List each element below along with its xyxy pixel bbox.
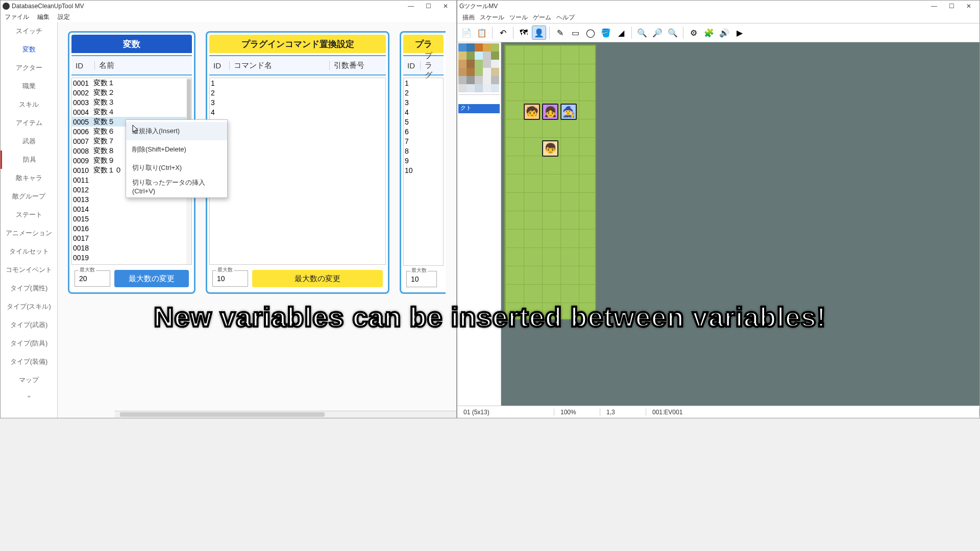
col-cmd[interactable]: コマンド名 (230, 61, 330, 70)
copy-icon[interactable]: 📄 (459, 26, 474, 40)
shadow-icon[interactable]: ◢ (614, 26, 628, 40)
tile[interactable] (458, 76, 467, 84)
tile[interactable] (491, 84, 499, 92)
ctx-insert[interactable]: 新規挿入(Insert) (126, 122, 227, 140)
table-row[interactable]: 0002変数２ (72, 88, 191, 97)
table-row[interactable]: 2 (404, 88, 443, 97)
tile[interactable] (491, 43, 499, 52)
table-row[interactable]: 7 (404, 136, 443, 146)
event-sprite[interactable]: 🧒 (524, 104, 540, 120)
sidebar-item[interactable]: スイッチ (1, 22, 57, 40)
table-row[interactable]: 5 (404, 117, 443, 127)
maximize-button[interactable]: ☐ (420, 1, 437, 12)
tile[interactable] (458, 60, 467, 68)
app2-titlebar[interactable]: GツクールMV — ☐ ✕ (457, 1, 979, 12)
table-row[interactable]: 0003変数３ (72, 97, 191, 107)
tile[interactable] (491, 60, 499, 68)
event-mode-icon[interactable]: 👤 (532, 26, 546, 40)
sound-icon[interactable]: 🔊 (717, 26, 731, 40)
tile[interactable] (491, 52, 499, 60)
rect-icon[interactable]: ▭ (568, 26, 582, 40)
sidebar-item[interactable]: タイルセット (1, 242, 57, 261)
tile[interactable] (483, 43, 491, 52)
table-row[interactable]: 9 (404, 156, 443, 165)
tile[interactable] (475, 84, 483, 92)
sidebar-item[interactable]: タイプ(装備) (1, 353, 57, 371)
table-row[interactable]: 3 (210, 97, 385, 107)
table-row[interactable]: 4 (210, 107, 385, 117)
table-row[interactable]: 0004変数４ (72, 107, 191, 117)
col-arg[interactable]: 引数番号 (330, 61, 386, 70)
table-row[interactable]: 8 (404, 146, 443, 156)
sidebar-item[interactable]: アクター (1, 59, 57, 77)
tile[interactable] (483, 68, 491, 76)
sidebar-item[interactable]: 職業 (1, 77, 57, 95)
col-name[interactable]: 名前 (95, 61, 192, 70)
change-max-button[interactable]: 最大数の変更 (114, 270, 189, 287)
close-button[interactable]: ✕ (960, 1, 977, 12)
tile[interactable] (467, 68, 475, 76)
sidebar-item[interactable]: コモンイベント (1, 261, 57, 279)
sidebar-item[interactable]: タイプ(属性) (1, 279, 57, 297)
table-row[interactable]: 0019 (72, 253, 191, 262)
paste-icon[interactable]: 📋 (475, 26, 489, 40)
menu-edit[interactable]: 編集 (35, 12, 52, 22)
tile[interactable] (483, 52, 491, 60)
sidebar-item[interactable]: マップ (1, 371, 57, 389)
tile[interactable] (475, 52, 483, 60)
zoom-in-icon[interactable]: 🔍 (666, 26, 680, 40)
panel3-list[interactable]: 12345678910 (403, 78, 444, 266)
tile[interactable] (467, 84, 475, 92)
tile-palette[interactable] (458, 43, 500, 92)
zoom-out-icon[interactable]: 🔍 (635, 26, 649, 40)
col-id[interactable]: ID (71, 61, 95, 70)
sidebar-item[interactable]: タイプ(防具) (1, 334, 57, 353)
table-row[interactable]: 0020 (72, 262, 191, 265)
table-row[interactable]: 0001変数１ (72, 78, 191, 88)
event-sprite[interactable]: 👦 (542, 140, 558, 157)
tile[interactable] (467, 76, 475, 84)
tile[interactable] (491, 76, 499, 84)
menu-settings[interactable]: 設定 (56, 12, 72, 22)
col-id[interactable]: ID (403, 61, 421, 70)
menu-file[interactable]: ファイル (3, 12, 31, 22)
ctx-paste[interactable]: 切り取ったデータの挿入(Ctrl+V) (126, 177, 227, 195)
table-row[interactable]: 6 (404, 127, 443, 136)
table-row[interactable]: 4 (404, 107, 443, 117)
fill-icon[interactable]: 🪣 (599, 26, 613, 40)
col-name[interactable]: プラグ (421, 51, 444, 80)
menu-game[interactable]: ゲーム (533, 13, 551, 22)
menu-help[interactable]: ヘルプ (556, 13, 575, 22)
sidebar-item[interactable]: 敵キャラ (1, 169, 57, 187)
table-row[interactable]: 10 (404, 165, 443, 175)
sidebar-item[interactable]: ステート (1, 206, 57, 224)
horizontal-scrollbar[interactable] (115, 411, 456, 418)
sidebar-item[interactable]: 武器 (1, 132, 57, 151)
tile[interactable] (475, 68, 483, 76)
close-button[interactable]: ✕ (437, 1, 454, 12)
plugin-icon[interactable]: 🧩 (702, 26, 716, 40)
table-row[interactable]: 1 (404, 78, 443, 88)
sidebar-item[interactable]: 防具 (1, 151, 57, 169)
tile[interactable] (458, 68, 467, 76)
menu-draw[interactable]: 描画 (462, 13, 475, 22)
zoom-actual-icon[interactable]: 🔎 (650, 26, 665, 40)
tile[interactable] (458, 52, 467, 60)
table-row[interactable]: 2 (210, 88, 385, 97)
pencil-icon[interactable]: ✎ (553, 26, 567, 40)
event-sprite[interactable]: 🧙 (560, 104, 577, 120)
tile[interactable] (467, 60, 475, 68)
change-max-button[interactable]: 最大数の変更 (252, 270, 383, 287)
ctx-delete[interactable]: 削除(Shift+Delete) (126, 140, 227, 159)
minimize-button[interactable]: — (925, 1, 943, 12)
sidebar-item[interactable]: 敵グループ (1, 187, 57, 206)
undo-icon[interactable]: ↶ (496, 26, 510, 40)
table-row[interactable]: 0016 (72, 223, 191, 233)
map-tree[interactable]: クト (458, 94, 500, 405)
tile[interactable] (458, 43, 467, 52)
menu-scale[interactable]: スケール (480, 13, 504, 22)
maximize-button[interactable]: ☐ (943, 1, 960, 12)
database-icon[interactable]: ⚙ (687, 26, 701, 40)
map-mode-icon[interactable]: 🗺 (517, 26, 531, 40)
event-sprite[interactable]: 👧 (542, 104, 558, 120)
